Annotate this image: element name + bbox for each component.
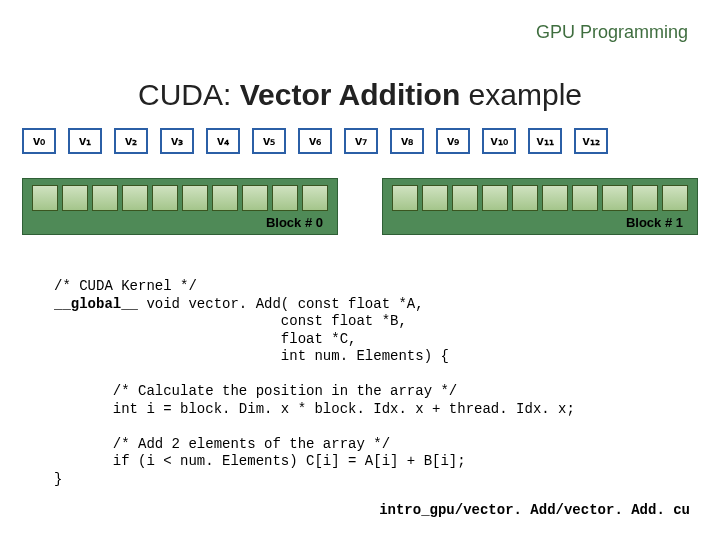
core-cell <box>542 185 568 211</box>
vector-cell: v₈ <box>390 128 424 154</box>
block-label: Block # 0 <box>31 215 329 230</box>
vector-cell: v₁₁ <box>528 128 562 154</box>
code-line: /* CUDA Kernel */ <box>54 278 197 294</box>
core-cell <box>452 185 478 211</box>
core-cell <box>92 185 118 211</box>
vector-cell: v₁ <box>68 128 102 154</box>
code-line: } <box>54 471 62 487</box>
core-cell <box>272 185 298 211</box>
slide-title: CUDA: Vector Addition example <box>0 78 720 112</box>
gpu-block-1: Block # 1 <box>382 178 698 235</box>
core-cell <box>512 185 538 211</box>
core-cell <box>242 185 268 211</box>
core-cell <box>62 185 88 211</box>
title-prefix: CUDA: <box>138 78 240 111</box>
core-cell <box>302 185 328 211</box>
core-cell <box>392 185 418 211</box>
block-row: Block # 0 Block # 1 <box>22 178 698 235</box>
core-cell <box>632 185 658 211</box>
vector-cell: v₅ <box>252 128 286 154</box>
code-line: const float *B, <box>54 313 407 329</box>
code-line: float *C, <box>54 331 356 347</box>
title-bold: Vector Addition <box>240 78 461 111</box>
vector-cell: v₃ <box>160 128 194 154</box>
vector-diagram: v₀ v₁ v₂ v₃ v₄ v₅ v₆ v₇ v₈ v₉ v₁₀ v₁₁ v₁… <box>22 128 698 154</box>
code-line: int i = block. Dim. x * block. Idx. x + … <box>54 401 575 417</box>
core-cell <box>422 185 448 211</box>
vector-cell: v₇ <box>344 128 378 154</box>
title-suffix: example <box>460 78 582 111</box>
core-cell <box>32 185 58 211</box>
vector-cell: v₉ <box>436 128 470 154</box>
vector-row: v₀ v₁ v₂ v₃ v₄ v₅ v₆ v₇ v₈ v₉ v₁₀ v₁₁ v₁… <box>22 128 698 154</box>
code-line: int num. Elements) { <box>54 348 449 364</box>
core-cell <box>572 185 598 211</box>
vector-cell: v₆ <box>298 128 332 154</box>
code-line: /* Add 2 elements of the array */ <box>54 436 390 452</box>
vector-cell: v₂ <box>114 128 148 154</box>
vector-cell: v₀ <box>22 128 56 154</box>
gpu-block-0: Block # 0 <box>22 178 338 235</box>
code-line: void vector. Add( const float *A, <box>138 296 424 312</box>
core-cell <box>152 185 178 211</box>
vector-cell: v₁₂ <box>574 128 608 154</box>
file-path: intro_gpu/vector. Add/vector. Add. cu <box>379 502 690 518</box>
code-keyword: __global__ <box>54 296 138 312</box>
code-line: if (i < num. Elements) C[i] = A[i] + B[i… <box>54 453 466 469</box>
page-header: GPU Programming <box>536 22 688 43</box>
core-cell <box>182 185 208 211</box>
code-line: /* Calculate the position in the array *… <box>54 383 457 399</box>
core-cell <box>602 185 628 211</box>
core-row <box>31 185 329 211</box>
core-cell <box>122 185 148 211</box>
core-cell <box>482 185 508 211</box>
block-label: Block # 1 <box>391 215 689 230</box>
core-row <box>391 185 689 211</box>
core-cell <box>662 185 688 211</box>
core-cell <box>212 185 238 211</box>
vector-cell: v₄ <box>206 128 240 154</box>
code-block: /* CUDA Kernel */ __global__ void vector… <box>54 278 575 488</box>
vector-cell: v₁₀ <box>482 128 516 154</box>
